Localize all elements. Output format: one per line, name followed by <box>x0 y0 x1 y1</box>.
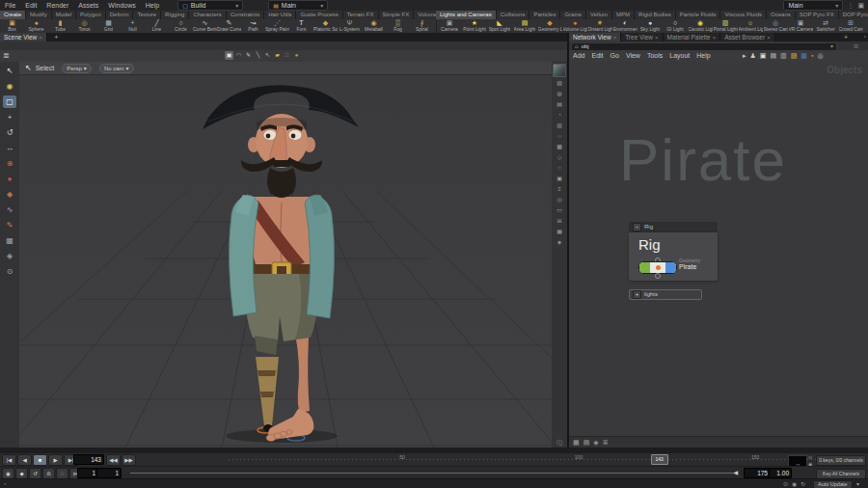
network-pane-tab[interactable]: Network View × <box>569 33 621 41</box>
pane-divider[interactable] <box>567 33 569 447</box>
playback-start-field[interactable]: 1 <box>96 468 122 478</box>
timeline-ruler[interactable]: 50100150 143 <box>229 453 844 466</box>
shelf-tool[interactable]: ▣ Box <box>0 19 24 33</box>
collapse-icon[interactable]: − <box>633 223 641 231</box>
pin-icon[interactable]: ⊙ <box>854 42 858 49</box>
display-option-icon[interactable]: ◍ <box>554 90 565 98</box>
pane-menu-icon[interactable]: ▫ <box>864 34 866 40</box>
range-handle-icon[interactable]: ◀ <box>733 469 738 475</box>
shelf-tool[interactable]: ▣ VR Camera <box>788 19 813 33</box>
shelf-tab[interactable]: Model <box>52 11 76 19</box>
viewport-tool-icon[interactable]: ◉ <box>3 80 16 93</box>
keys-info-button[interactable]: 0 keys, 0/0 channels <box>816 455 866 466</box>
viewport-tool-icon[interactable]: ◈ <box>3 250 16 262</box>
viewport-tool-icon[interactable]: ▦ <box>3 234 16 247</box>
desktop-selector[interactable]: ▢ Build ▾ <box>177 0 243 11</box>
shelf-tab[interactable]: Rigging <box>161 11 189 19</box>
network-box-header[interactable]: − Rig <box>629 222 718 232</box>
shelf-tool[interactable]: ∮ Spiral <box>410 19 434 33</box>
playback-range-slider[interactable]: ◀ <box>130 473 736 474</box>
viewport-tool-icon[interactable]: ✎ <box>3 219 16 231</box>
shelf-tool[interactable]: ☀ Distant Light <box>587 19 612 33</box>
menubar-menu[interactable]: File <box>0 2 20 9</box>
menubar-menu[interactable]: Edit <box>20 2 41 9</box>
menubar-menu[interactable]: Assets <box>73 2 103 9</box>
display-thumbnail[interactable] <box>553 64 566 77</box>
display-option-icon[interactable]: ▧ <box>554 79 565 88</box>
shelf-tool[interactable]: ▥ Portal Light <box>713 19 738 33</box>
shelf-tool[interactable]: ▦ Grid <box>96 19 121 33</box>
selection-mode-icon[interactable]: ◠ <box>234 51 243 60</box>
shelf-tab[interactable]: Deform <box>106 11 134 19</box>
network-menu[interactable]: Layout <box>669 50 690 62</box>
new-tab-button[interactable]: + <box>841 33 851 41</box>
viewport-tool-icon[interactable]: ↖ <box>3 65 16 77</box>
close-icon[interactable]: × <box>713 35 717 41</box>
display-option-icon[interactable]: ▭ <box>554 206 565 215</box>
shelf-tab[interactable]: Terrain FX <box>343 11 379 19</box>
transport-button[interactable]: |◀ <box>2 454 16 466</box>
display-option-icon[interactable]: ☼ <box>554 132 565 141</box>
shelf-tool[interactable]: ⋰ Spray Paint <box>265 19 289 33</box>
shelf-tool[interactable]: ◐ Environment Light <box>612 19 637 33</box>
shelfset-selector[interactable]: ▤ Main ▾ <box>268 0 328 11</box>
close-icon[interactable]: × <box>613 35 617 41</box>
no-cam-pill[interactable]: No cam ▾ <box>99 64 134 73</box>
shelf-tool[interactable]: ◉ Metaball <box>362 19 386 33</box>
shelf-tab[interactable]: Volume <box>414 11 436 19</box>
node-flag-left[interactable] <box>639 262 650 273</box>
shelf-tab[interactable]: Viscous Fluids <box>720 11 767 19</box>
network-toolbar-icon[interactable]: ▩ <box>800 51 807 61</box>
network-toolbar-icon[interactable]: ▥ <box>780 51 787 61</box>
menubar-menu[interactable]: Help <box>141 2 164 9</box>
network-menu[interactable]: View <box>626 50 640 62</box>
transport-button[interactable]: ◀ <box>17 454 32 466</box>
shelf-tool[interactable]: ↝ Path <box>241 19 265 33</box>
viewport-tool-icon[interactable]: ∿ <box>3 203 16 216</box>
new-tab-button[interactable]: + <box>51 33 61 41</box>
shelf-tool[interactable]: ● Sky Light <box>637 19 663 33</box>
display-option-icon[interactable]: ▩ <box>554 143 565 151</box>
shelf-tool[interactable]: ○ Circle <box>169 19 193 33</box>
jog-button[interactable]: ▶▶ <box>122 454 136 466</box>
shelf-tool[interactable]: ○ GI Light <box>663 19 688 33</box>
selection-mode-icon[interactable]: ╲ <box>254 51 262 60</box>
shelf-tab[interactable]: Simple FX <box>379 11 415 19</box>
viewport-tool-icon[interactable]: ↺ <box>3 126 16 139</box>
shelf-tool[interactable]: Ψ L-System <box>338 19 362 33</box>
shelf-tab[interactable]: Guide Process <box>296 11 342 19</box>
shelf-tool[interactable]: ◆ Platonic Solids <box>313 19 338 33</box>
status-icon[interactable]: ⊙ <box>783 479 788 488</box>
shelf-tool[interactable]: ▒ Fog <box>386 19 410 33</box>
viewport-tool-icon[interactable]: ◆ <box>3 188 16 201</box>
transport-button[interactable]: ■ <box>33 454 47 466</box>
shelf-tab[interactable]: SOP Pyro FX <box>796 11 839 19</box>
display-option-icon[interactable]: ▣ <box>554 175 565 183</box>
range-start-field[interactable]: 1 <box>77 468 98 478</box>
shelf-tool[interactable]: ⇄ Switcher <box>813 19 838 33</box>
shelf-tool[interactable]: ▣ Camera <box>437 19 462 33</box>
shelf-tab[interactable]: Constraints <box>227 11 264 19</box>
network-pane-tab[interactable]: Material Palette × <box>664 33 721 41</box>
network-bottom-icon[interactable]: ▦ <box>573 439 580 447</box>
shelf-tab[interactable]: DOP Pyro FX <box>839 11 868 19</box>
shelf-tab[interactable]: Vellum <box>586 11 612 19</box>
shelf-tab[interactable]: Particle Fluids <box>676 11 721 19</box>
network-toolbar-icon[interactable]: ▨ <box>791 51 798 61</box>
network-toolbar-icon[interactable]: ▣ <box>760 51 767 61</box>
network-pane-tab[interactable]: Tree View × <box>621 33 663 41</box>
close-icon[interactable]: × <box>655 35 659 41</box>
viewport-tool-icon[interactable]: ↔ <box>3 142 16 154</box>
range-end-field[interactable]: 175 <box>744 468 771 478</box>
pirate-character[interactable] <box>203 85 359 441</box>
network-toolbar-icon[interactable]: ▤ <box>770 51 776 61</box>
shelf-tab[interactable]: Rigid Bodies <box>635 11 676 19</box>
shelf-tool[interactable]: T Font <box>289 19 313 33</box>
shelf-tool[interactable]: ⊞ Crowd Camera <box>838 19 863 33</box>
shelf-tab[interactable]: Texture <box>133 11 161 19</box>
display-option-icon[interactable]: ◎ <box>554 196 565 204</box>
shelf-tool[interactable]: ✎ Draw Curve <box>217 19 241 33</box>
playback-speed-field[interactable]: 1.00 <box>769 468 792 478</box>
auto-update-selector[interactable]: Auto Update <box>813 480 853 488</box>
display-option-icon[interactable]: ⊞ <box>554 217 565 226</box>
